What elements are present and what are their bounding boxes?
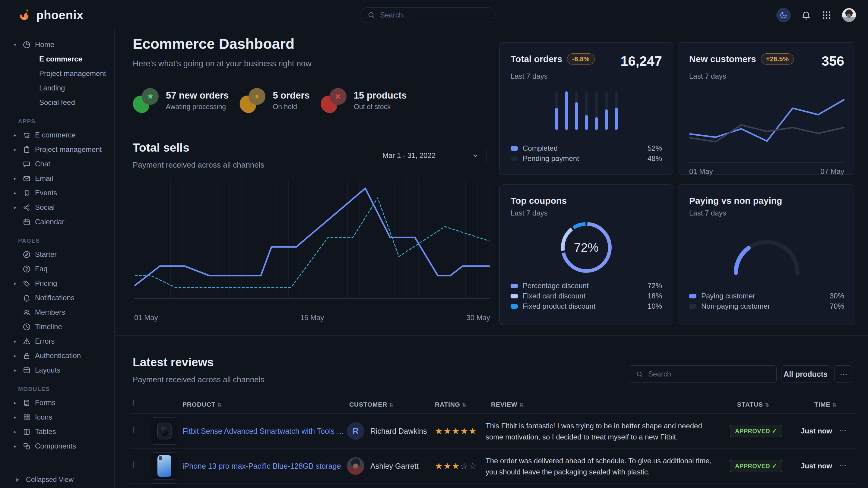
grid-squares-icon (22, 413, 31, 422)
all-products-filter-button[interactable]: All products (781, 365, 830, 383)
row-more-button[interactable]: ⋯ (839, 461, 847, 470)
page-subtitle: Here's what's going on at your business … (133, 59, 312, 68)
customer-avatar (347, 457, 364, 475)
question-circle-icon (22, 264, 31, 274)
search-icon (636, 370, 643, 378)
column-header-customer[interactable]: CUSTOMER⇅ (349, 401, 394, 408)
sidebar-item-authentication[interactable]: ▸ Authentication (0, 349, 114, 363)
user-avatar[interactable] (842, 8, 856, 22)
sidebar-item-events[interactable]: ▸ Events (0, 186, 114, 200)
sidebar-item-forms[interactable]: ▸ Forms (0, 395, 114, 410)
file-text-icon (22, 398, 31, 407)
sidebar-subitem-e-commerce[interactable]: E commerce (0, 52, 114, 66)
column-header-review[interactable]: REVIEW⇅ (491, 401, 524, 408)
sort-icon: ⇅ (832, 402, 837, 408)
status-badge: APPROVED ✓ (730, 460, 782, 472)
product-link[interactable]: Fitbit Sense Advanced Smartwatch with To… (183, 427, 345, 435)
sidebar-item-pricing[interactable]: ▸ Pricing (0, 276, 114, 291)
legend-swatch (689, 294, 696, 298)
collapsed-view-toggle[interactable]: Collapsed View (0, 470, 114, 484)
sidebar-item-email[interactable]: ▸ Email (0, 171, 114, 186)
caret-right-icon: ▸ (12, 204, 18, 211)
search-icon (367, 11, 375, 19)
legend-label: Non-paying customer (701, 302, 770, 311)
reviews-more-button[interactable]: ⋯ (834, 365, 853, 383)
new-customers-line-chart (689, 88, 845, 157)
sidebar-subitem-landing[interactable]: Landing (0, 81, 114, 95)
column-header-status[interactable]: STATUS⇅ (737, 401, 769, 408)
order-bar (585, 91, 588, 130)
sidebar-item-chat[interactable]: Chat (0, 157, 114, 171)
legend-label: Pending payment (523, 154, 579, 163)
sidebar-item-errors[interactable]: ▸ Errors (0, 334, 114, 349)
stat-headline: 5 orders (273, 90, 309, 101)
card-period: Last 7 days (510, 209, 662, 217)
legend-swatch (510, 294, 518, 298)
sidebar-item-members[interactable]: Members (0, 305, 114, 320)
total-orders-card: Total orders -6.8% 16,247 Last 7 days Co… (499, 42, 673, 175)
phoenix-flame-icon (18, 8, 32, 22)
caret-right-icon: ▸ (12, 367, 18, 373)
legend-label: Fixed card discount (523, 292, 585, 300)
sidebar-item-timeline[interactable]: Timeline (0, 320, 114, 334)
product-link[interactable]: iPhone 13 pro max-Pacific Blue-128GB sto… (183, 462, 345, 470)
section-divider (115, 335, 868, 336)
column-header-time[interactable]: TIME⇅ (814, 401, 837, 408)
reviews-search-input[interactable]: Search (629, 365, 777, 383)
coupons-donut-chart: 72% (556, 217, 617, 278)
sidebar-item-starter[interactable]: Starter (0, 247, 114, 262)
column-header-rating[interactable]: RATING⇅ (435, 401, 467, 408)
total-orders-value: 16,247 (620, 53, 662, 69)
legend-swatch (510, 304, 518, 308)
date-range-select[interactable]: Mar 1 - 31, 2022 (375, 147, 487, 164)
sidebar-item-faq[interactable]: Faq (0, 262, 114, 276)
sort-icon: ⇅ (217, 402, 222, 408)
review-row: iPhone 13 pro max-Pacific Blue-128GB sto… (130, 449, 856, 484)
sidebar-item-home[interactable]: ▾ Home (0, 37, 114, 52)
sidebar-item-calendar[interactable]: Calendar (0, 215, 114, 229)
sidebar-item-e-commerce[interactable]: ▸ E commerce (0, 128, 114, 142)
donut-center-label: 72% (556, 217, 617, 278)
moon-icon (779, 11, 788, 19)
column-header-product[interactable]: PRODUCT⇅ (183, 401, 222, 408)
sidebar-item-tables[interactable]: ▸ Tables (0, 424, 114, 439)
layout-icon (22, 365, 31, 375)
apps-menu-button[interactable] (822, 10, 832, 20)
select-all-checkbox[interactable] (133, 400, 134, 406)
brand-logo[interactable]: phoenix (18, 0, 84, 30)
global-search-input[interactable]: Search... (360, 7, 496, 23)
sidebar-item-layouts[interactable]: ▸ Layouts (0, 363, 114, 378)
clock-icon (22, 322, 31, 331)
sidebar-item-label: Icons (35, 413, 52, 421)
paying-card: Paying vs non paying Last 7 days Paying … (678, 185, 855, 325)
row-checkbox[interactable] (133, 426, 134, 433)
sidebar-item-social[interactable]: ▸ Social (0, 200, 114, 215)
sidebar-item-notifications[interactable]: Notifications (0, 291, 114, 305)
row-more-button[interactable]: ⋯ (839, 426, 847, 435)
reviews-table-header: PRODUCT⇅CUSTOMER⇅RATING⇅REVIEW⇅STATUS⇅TI… (130, 395, 856, 414)
top-navbar: phoenix Search... (0, 0, 868, 30)
sidebar-subitem-project-management[interactable]: Project management (0, 66, 114, 81)
card-legend: Paying customer 30% Non-paying customer … (689, 291, 844, 312)
sidebar-item-label: Authentication (35, 352, 81, 360)
notifications-button[interactable] (801, 10, 811, 20)
next-row-product-image (151, 484, 178, 488)
sidebar-subitem-social-feed[interactable]: Social feed (0, 95, 114, 110)
theme-toggle-button[interactable] (776, 8, 791, 22)
date-range-value: Mar 1 - 31, 2022 (382, 151, 435, 160)
sidebar-item-components[interactable]: ▸ Components (0, 439, 114, 453)
row-checkbox[interactable] (133, 461, 134, 468)
sidebar-item-icons[interactable]: ▸ Icons (0, 410, 114, 424)
caret-right-icon: ▸ (12, 190, 18, 196)
legend-value: 70% (830, 302, 844, 311)
layout-icon (22, 366, 31, 375)
legend-label: Paying customer (701, 292, 755, 300)
sidebar-item-label: Layouts (35, 366, 60, 375)
chevron-down-icon (472, 152, 479, 159)
sidebar-item-project-management[interactable]: ▸ Project management (0, 142, 114, 157)
new-customers-value: 356 (822, 53, 844, 69)
top-coupons-card: Top coupons Last 7 days 72% Percentage d… (499, 185, 673, 325)
apps-grid-icon (822, 10, 832, 20)
total-orders-bar-chart (500, 91, 673, 130)
mail-icon (22, 174, 31, 183)
